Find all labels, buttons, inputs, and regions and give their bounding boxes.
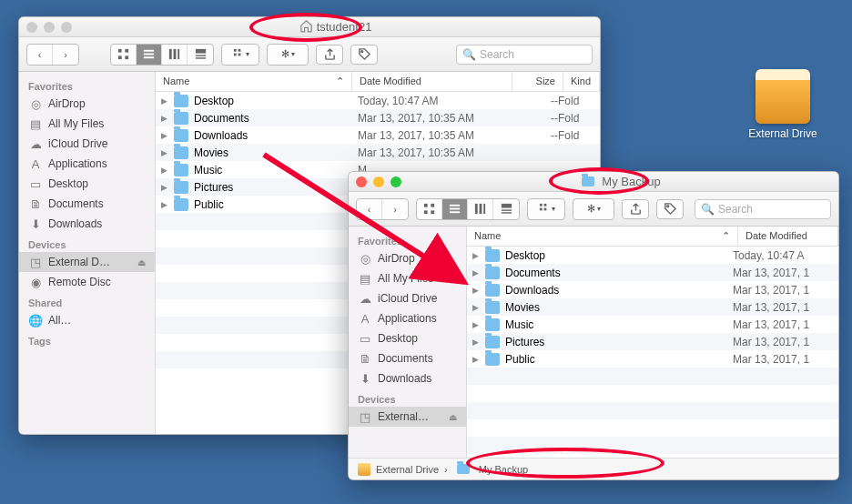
sidebar-item-downloads[interactable]: ⬇Downloads	[349, 368, 466, 388]
sidebar-item-airdrop[interactable]: ◎AirDrop	[349, 248, 466, 268]
table-row[interactable]: ▶ Desktop Today, 10:47 AM -- Fold	[156, 92, 600, 109]
sidebar-item-documents[interactable]: 🗎Documents	[349, 348, 466, 368]
disclosure-icon[interactable]: ▶	[472, 355, 482, 364]
column-headers[interactable]: Name ⌃ Date Modified	[467, 227, 838, 247]
search-input[interactable]: 🔍 Search	[456, 45, 593, 65]
table-row[interactable]: ▶ Documents Mar 13, 2017, 1	[467, 264, 838, 281]
disclosure-icon[interactable]: ▶	[161, 114, 170, 123]
col-date[interactable]: Date Modified	[352, 72, 512, 91]
table-row[interactable]: ▶ Public Mar 13, 2017, 1	[467, 350, 838, 368]
titlebar[interactable]: tstudent21	[19, 17, 600, 37]
tags-button[interactable]	[656, 199, 684, 219]
share-button[interactable]	[316, 45, 343, 65]
tags-button[interactable]	[350, 45, 378, 65]
folder-icon	[485, 249, 500, 262]
disclosure-icon[interactable]: ▶	[161, 131, 170, 140]
col-name[interactable]: Name ⌃	[156, 72, 352, 91]
sidebar-item-applications[interactable]: AApplications	[349, 308, 466, 328]
search-icon: 🔍	[701, 203, 715, 216]
zoom-icon[interactable]	[61, 22, 72, 33]
allfiles-icon: ▤	[28, 116, 43, 131]
disclosure-icon[interactable]: ▶	[472, 338, 482, 347]
share-button[interactable]	[622, 199, 649, 219]
sidebar-item-applications[interactable]: AApplications	[19, 154, 155, 174]
disclosure-icon[interactable]: ▶	[472, 251, 482, 260]
view-group	[110, 44, 214, 66]
table-row[interactable]: ▶ Pictures Mar 13, 2017, 1	[467, 333, 838, 350]
eject-icon[interactable]: ⏏	[137, 257, 146, 267]
path-segment-drive[interactable]: External Drive	[376, 464, 439, 475]
sidebar-item-all-shared[interactable]: 🌐All…	[19, 310, 155, 330]
coverflow-view-button[interactable]	[188, 45, 213, 65]
sidebar-item-external-drive[interactable]: ◳External…⏏	[349, 407, 466, 427]
list-view-button[interactable]	[442, 199, 468, 219]
disclosure-icon[interactable]: ▶	[161, 200, 170, 209]
titlebar[interactable]: My Backup	[349, 172, 838, 192]
back-button[interactable]: ‹	[27, 45, 53, 65]
file-name: Downloads	[192, 129, 358, 142]
forward-button[interactable]: ›	[382, 199, 408, 219]
nav-group: ‹ ›	[26, 44, 79, 66]
back-button[interactable]: ‹	[357, 199, 382, 219]
column-view-button[interactable]	[468, 199, 493, 219]
eject-icon[interactable]: ⏏	[449, 412, 457, 422]
svg-point-17	[360, 51, 362, 53]
col-kind[interactable]: Kind	[563, 72, 600, 91]
close-icon[interactable]	[356, 176, 367, 187]
icon-view-button[interactable]	[111, 45, 137, 65]
disclosure-icon[interactable]: ▶	[161, 96, 170, 106]
table-row[interactable]: ▶ Downloads Mar 13, 2017, 1	[467, 281, 838, 298]
table-row[interactable]: ▶ Desktop Today, 10:47 A	[467, 247, 838, 264]
disclosure-icon[interactable]: ▶	[472, 303, 482, 312]
sidebar-item-allfiles[interactable]: ▤All My Files	[349, 268, 466, 288]
sidebar-item-documents[interactable]: 🗎Documents	[19, 194, 155, 214]
table-row[interactable]: ▶ Movies Mar 13, 2017, 10:35 AM	[156, 144, 600, 161]
table-row[interactable]: ▶ Downloads Mar 13, 2017, 10:35 AM -- Fo…	[156, 126, 600, 144]
zoom-icon[interactable]	[390, 176, 401, 187]
sidebar-item-downloads[interactable]: ⬇Downloads	[19, 214, 155, 234]
col-size[interactable]: Size	[512, 72, 563, 91]
search-input[interactable]: 🔍 Search	[695, 199, 831, 219]
toolbar: ‹ › ▾ ✻▾ 🔍 Search	[349, 192, 838, 227]
col-name[interactable]: Name ⌃	[467, 227, 738, 246]
arrange-button[interactable]: ▾	[222, 45, 259, 65]
action-button[interactable]: ✻▾	[268, 45, 308, 65]
column-headers[interactable]: Name ⌃ Date Modified Size Kind	[156, 72, 600, 92]
sidebar-item-remote-disc[interactable]: ◉Remote Disc	[19, 272, 155, 292]
file-size: --	[512, 112, 558, 125]
table-row[interactable]: ▶ Music Mar 13, 2017, 1	[467, 316, 838, 333]
tags-header: Tags	[19, 330, 155, 348]
sidebar-item-desktop[interactable]: ▭Desktop	[349, 328, 466, 348]
allfiles-icon: ▤	[358, 271, 372, 286]
forward-button[interactable]: ›	[53, 45, 78, 65]
arrange-button[interactable]: ▾	[528, 199, 564, 219]
coverflow-view-button[interactable]	[493, 199, 519, 219]
sidebar-item-external-drive[interactable]: ◳External D…⏏	[19, 252, 155, 272]
minimize-icon[interactable]	[373, 176, 384, 187]
sidebar-item-icloud[interactable]: ☁iCloud Drive	[349, 288, 466, 308]
svg-rect-22	[450, 205, 460, 207]
disclosure-icon[interactable]: ▶	[472, 320, 482, 329]
sidebar-item-icloud[interactable]: ☁iCloud Drive	[19, 134, 155, 154]
table-row[interactable]: ▶ Movies Mar 13, 2017, 1	[467, 298, 838, 316]
disclosure-icon[interactable]: ▶	[472, 268, 482, 277]
list-view-button[interactable]	[137, 45, 162, 65]
disclosure-icon[interactable]: ▶	[161, 166, 170, 175]
action-button[interactable]: ✻▾	[573, 199, 614, 219]
sidebar: Favorites ◎AirDrop ▤All My Files ☁iCloud…	[349, 227, 467, 458]
path-bar[interactable]: External Drive › My Backup	[349, 458, 838, 479]
sidebar-item-allfiles[interactable]: ▤All My Files	[19, 114, 155, 134]
desktop-drive[interactable]: External Drive	[746, 69, 819, 140]
disclosure-icon[interactable]: ▶	[472, 286, 482, 295]
table-row[interactable]: ▶ Documents Mar 13, 2017, 10:35 AM -- Fo…	[156, 109, 600, 126]
minimize-icon[interactable]	[44, 22, 55, 33]
col-date[interactable]: Date Modified	[738, 227, 838, 246]
column-view-button[interactable]	[162, 45, 188, 65]
close-icon[interactable]	[26, 22, 37, 33]
sidebar-item-desktop[interactable]: ▭Desktop	[19, 174, 155, 194]
icon-view-button[interactable]	[417, 199, 442, 219]
disclosure-icon[interactable]: ▶	[161, 148, 170, 157]
disclosure-icon[interactable]: ▶	[161, 183, 170, 192]
sidebar-item-airdrop[interactable]: ◎AirDrop	[19, 94, 155, 114]
path-segment-folder[interactable]: My Backup	[479, 464, 528, 475]
